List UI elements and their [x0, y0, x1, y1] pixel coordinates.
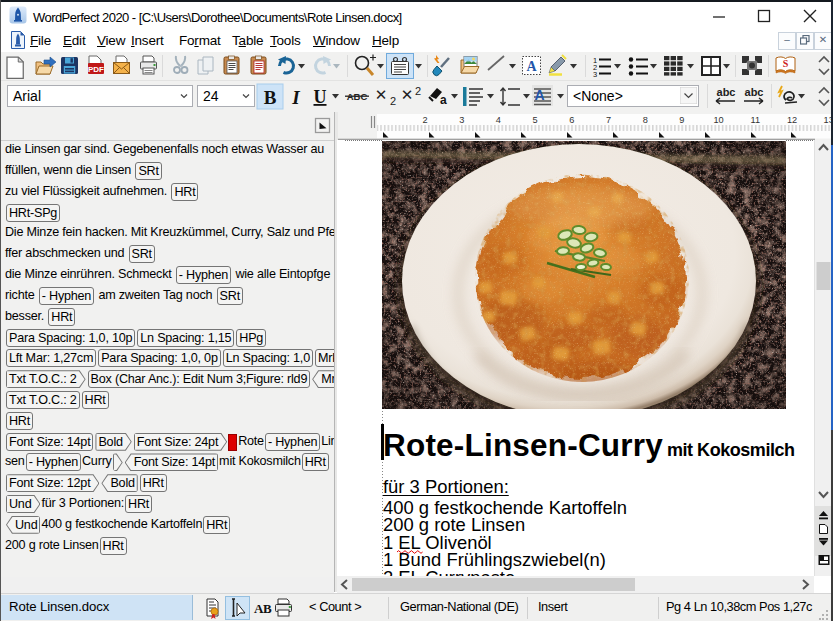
- svg-text:B: B: [264, 87, 277, 108]
- svg-text:A: A: [534, 87, 544, 103]
- svg-text:5: 5: [533, 115, 538, 125]
- svg-text:2: 2: [390, 95, 396, 107]
- svg-text:4: 4: [496, 115, 501, 125]
- svg-text:10: 10: [713, 115, 723, 125]
- svg-text:3: 3: [593, 70, 597, 79]
- svg-text:A: A: [526, 59, 537, 74]
- svg-text:6: 6: [569, 115, 574, 125]
- svg-text:7: 7: [606, 115, 611, 125]
- svg-text:a: a: [440, 93, 447, 107]
- svg-text:PDF: PDF: [88, 65, 104, 74]
- svg-text:I: I: [291, 87, 300, 108]
- svg-text:11: 11: [751, 115, 761, 125]
- svg-text:abc: abc: [745, 86, 764, 98]
- svg-text:2: 2: [415, 85, 421, 97]
- svg-text:abc: abc: [717, 86, 736, 98]
- svg-text:3: 3: [459, 115, 464, 125]
- svg-text:9: 9: [679, 115, 684, 125]
- svg-text:8: 8: [643, 115, 648, 125]
- svg-text:S: S: [783, 58, 789, 69]
- svg-text:✕: ✕: [401, 86, 414, 103]
- svg-text:12: 12: [787, 115, 797, 125]
- svg-text:AB: AB: [254, 601, 272, 616]
- svg-text:✕: ✕: [375, 86, 388, 103]
- svg-text:2: 2: [422, 115, 427, 125]
- svg-text:U: U: [314, 87, 327, 107]
